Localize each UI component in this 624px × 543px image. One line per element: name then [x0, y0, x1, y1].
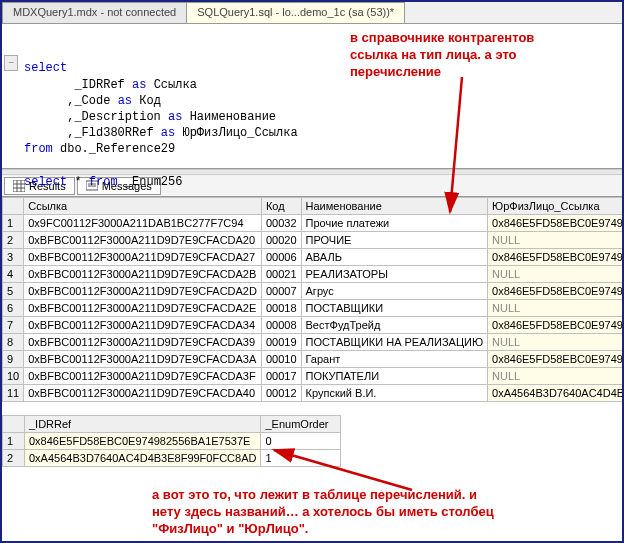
table-row[interactable]: 60xBFBC00112F3000A211D9D7E9CFACDA2E00018…	[3, 300, 623, 317]
table-row[interactable]: 100xBFBC00112F3000A211D9D7E9CFACDA3F0001…	[3, 368, 623, 385]
table-row[interactable]: 10x9FC00112F3000A211DAB1BC277F7C9400032П…	[3, 215, 623, 232]
cell[interactable]: NULL	[488, 368, 622, 385]
cell[interactable]: 00006	[261, 249, 301, 266]
cell[interactable]: Гарант	[301, 351, 488, 368]
table-row[interactable]: 10x846E5FD58EBC0E974982556BA1E7537E0	[3, 433, 341, 450]
table-row[interactable]: 110xBFBC00112F3000A211D9D7E9CFACDA400001…	[3, 385, 623, 402]
cell[interactable]: 0xA4564B3D7640AC4D4B3E8F99F0FCC8AD	[488, 385, 622, 402]
cell[interactable]: 0xBFBC00112F3000A211D9D7E9CFACDA20	[24, 232, 262, 249]
cell[interactable]: 00012	[261, 385, 301, 402]
cell[interactable]: 0xBFBC00112F3000A211D9D7E9CFACDA39	[24, 334, 262, 351]
file-tabs: MDXQuery1.mdx - not connected SQLQuery1.…	[2, 2, 622, 24]
cell[interactable]: 0xA4564B3D7640AC4D4B3E8F99F0FCC8AD	[25, 450, 261, 467]
header-row: Ссылка Код Наименование ЮрФизЛицо_Ссылка	[3, 198, 623, 215]
cell[interactable]: NULL	[488, 232, 622, 249]
cell[interactable]: ПОКУПАТЕЛИ	[301, 368, 488, 385]
col-header[interactable]: _IDRRef	[25, 416, 261, 433]
kw-select: select	[24, 61, 67, 75]
cell[interactable]: 0xBFBC00112F3000A211D9D7E9CFACDA40	[24, 385, 262, 402]
cell[interactable]: 0xBFBC00112F3000A211D9D7E9CFACDA2D	[24, 283, 262, 300]
cell[interactable]: ПОСТАВЩИКИ	[301, 300, 488, 317]
annotation-bottom: а вот это то, что лежит в таблице перечи…	[152, 487, 592, 538]
row-number: 4	[3, 266, 24, 283]
cell[interactable]: 0x846E5FD58EBC0E974982556BA1E7537E	[488, 317, 622, 334]
table-row[interactable]: 30xBFBC00112F3000A211D9D7E9CFACDA2700006…	[3, 249, 623, 266]
cell[interactable]: АВАЛЬ	[301, 249, 488, 266]
kw-from: from	[89, 175, 118, 189]
fold-icon[interactable]: −	[4, 55, 18, 71]
cell[interactable]: Прочие платежи	[301, 215, 488, 232]
cell[interactable]: ПРОЧИЕ	[301, 232, 488, 249]
cell[interactable]: 0xBFBC00112F3000A211D9D7E9CFACDA27	[24, 249, 262, 266]
cell[interactable]: 00007	[261, 283, 301, 300]
cell[interactable]: 00010	[261, 351, 301, 368]
cell[interactable]: 1	[261, 450, 341, 467]
row-number: 10	[3, 368, 24, 385]
cell[interactable]: NULL	[488, 334, 622, 351]
cell[interactable]: ВестФудТрейд	[301, 317, 488, 334]
cell[interactable]: 0	[261, 433, 341, 450]
cell[interactable]: 00019	[261, 334, 301, 351]
cell[interactable]: 0xBFBC00112F3000A211D9D7E9CFACDA2E	[24, 300, 262, 317]
cell[interactable]: 0xBFBC00112F3000A211D9D7E9CFACDA3A	[24, 351, 262, 368]
cell[interactable]: 00021	[261, 266, 301, 283]
row-number: 5	[3, 283, 24, 300]
cell[interactable]: 00018	[261, 300, 301, 317]
table-row[interactable]: 20xBFBC00112F3000A211D9D7E9CFACDA2000020…	[3, 232, 623, 249]
col-header[interactable]: Наименование	[301, 198, 488, 215]
row-number: 9	[3, 351, 24, 368]
cell[interactable]: 00017	[261, 368, 301, 385]
cell[interactable]: РЕАЛИЗАТОРЫ	[301, 266, 488, 283]
row-number: 2	[3, 450, 25, 467]
cell[interactable]: 0x846E5FD58EBC0E974982556BA1E7537E	[488, 351, 622, 368]
cell[interactable]: 0x9FC00112F3000A211DAB1BC277F7C94	[24, 215, 262, 232]
cell[interactable]: 0x846E5FD58EBC0E974982556BA1E7537E	[25, 433, 261, 450]
table-row[interactable]: 80xBFBC00112F3000A211D9D7E9CFACDA3900019…	[3, 334, 623, 351]
col-header[interactable]: ЮрФизЛицо_Ссылка	[488, 198, 622, 215]
code-line: ,_Fld380RRef	[24, 126, 161, 140]
cell[interactable]: 00008	[261, 317, 301, 334]
row-number: 11	[3, 385, 24, 402]
tab-mdx[interactable]: MDXQuery1.mdx - not connected	[2, 2, 187, 23]
cell[interactable]: 0xBFBC00112F3000A211D9D7E9CFACDA3F	[24, 368, 262, 385]
fold-gutter: −	[4, 28, 18, 99]
results-grid-1-container[interactable]: Ссылка Код Наименование ЮрФизЛицо_Ссылка…	[2, 197, 622, 415]
cell[interactable]: 00032	[261, 215, 301, 232]
cell[interactable]: NULL	[488, 266, 622, 283]
cell[interactable]: 00020	[261, 232, 301, 249]
code-line: ЮрФизЛицо_Ссылка	[175, 126, 297, 140]
cell[interactable]: 0x846E5FD58EBC0E974982556BA1E7537E	[488, 283, 622, 300]
col-header[interactable]: _EnumOrder	[261, 416, 341, 433]
cell[interactable]: 0x846E5FD58EBC0E974982556BA1E7537E	[488, 249, 622, 266]
code-line: ,_Code	[24, 94, 118, 108]
results-grid-2: _IDRRef _EnumOrder 10x846E5FD58EBC0E9749…	[2, 415, 341, 467]
cell[interactable]: 0x846E5FD58EBC0E974982556BA1E7537E	[488, 215, 622, 232]
code-line: *	[67, 175, 89, 189]
table-row[interactable]: 40xBFBC00112F3000A211D9D7E9CFACDA2B00021…	[3, 266, 623, 283]
row-number: 6	[3, 300, 24, 317]
code-line: _Enum256	[118, 175, 183, 189]
cell[interactable]: NULL	[488, 300, 622, 317]
cell[interactable]: 0xBFBC00112F3000A211D9D7E9CFACDA2B	[24, 266, 262, 283]
cell[interactable]: 0xBFBC00112F3000A211D9D7E9CFACDA34	[24, 317, 262, 334]
cell[interactable]: Крупский В.И.	[301, 385, 488, 402]
row-number: 7	[3, 317, 24, 334]
table-row[interactable]: 70xBFBC00112F3000A211D9D7E9CFACDA3400008…	[3, 317, 623, 334]
table-row[interactable]: 20xA4564B3D7640AC4D4B3E8F99F0FCC8AD1	[3, 450, 341, 467]
code-line: Ссылка	[146, 78, 196, 92]
kw-as: as	[161, 126, 175, 140]
cell[interactable]: Агрус	[301, 283, 488, 300]
results-grid-2-container[interactable]: _IDRRef _EnumOrder 10x846E5FD58EBC0E9749…	[2, 415, 622, 473]
table-row[interactable]: 50xBFBC00112F3000A211D9D7E9CFACDA2D00007…	[3, 283, 623, 300]
code-line: ,_Description	[24, 110, 168, 124]
code-line: Наименование	[182, 110, 276, 124]
cell[interactable]: ПОСТАВЩИКИ НА РЕАЛИЗАЦИЮ	[301, 334, 488, 351]
row-number: 2	[3, 232, 24, 249]
corner-cell	[3, 198, 24, 215]
col-header[interactable]: Код	[261, 198, 301, 215]
annotation-top: в справочнике контрагентовссылка на тип …	[350, 30, 610, 81]
col-header[interactable]: Ссылка	[24, 198, 262, 215]
results-grid-1: Ссылка Код Наименование ЮрФизЛицо_Ссылка…	[2, 197, 622, 402]
table-row[interactable]: 90xBFBC00112F3000A211D9D7E9CFACDA3A00010…	[3, 351, 623, 368]
tab-sql[interactable]: SQLQuery1.sql - lo...demo_1c (sa (53))*	[186, 2, 405, 23]
